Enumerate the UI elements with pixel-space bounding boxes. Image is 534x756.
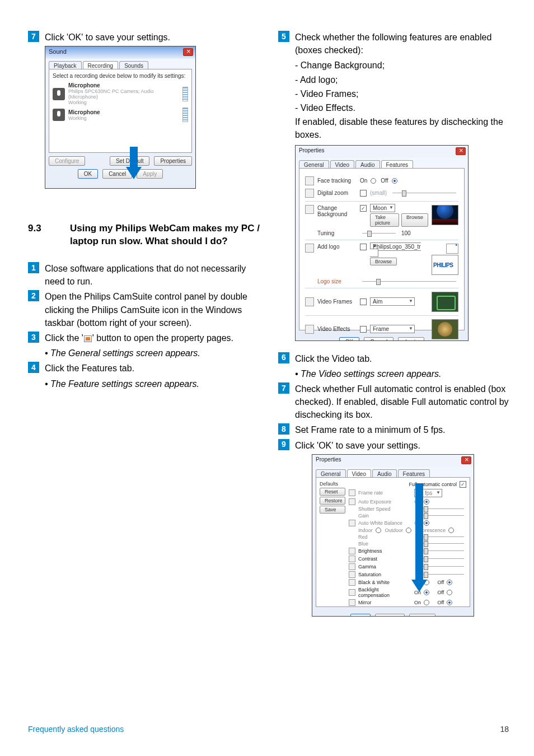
radio[interactable] bbox=[406, 528, 411, 533]
checkbox[interactable]: ✓ bbox=[360, 205, 367, 212]
close-icon[interactable] bbox=[183, 48, 193, 56]
tabs: General Video Audio Features bbox=[312, 467, 474, 477]
slider[interactable] bbox=[416, 550, 464, 551]
row-icon bbox=[349, 563, 355, 570]
device-name: Microphone bbox=[68, 82, 179, 88]
checkbox[interactable] bbox=[360, 326, 367, 333]
step-number: 4 bbox=[28, 362, 39, 373]
properties-button[interactable]: Properties bbox=[154, 156, 192, 166]
step-note: • The General settings screen appears. bbox=[28, 347, 261, 360]
label: Backlight compensation bbox=[358, 587, 411, 598]
slider[interactable] bbox=[416, 543, 464, 544]
device-desc: Philips SPC630NC PC Camera; Audio (Micro… bbox=[68, 88, 179, 100]
titlebar: Properties bbox=[296, 146, 468, 158]
ok-button[interactable]: OK bbox=[350, 614, 371, 617]
cancel-button[interactable]: Cancel bbox=[375, 614, 405, 617]
tab-video[interactable]: Video bbox=[330, 160, 354, 168]
microphone-icon bbox=[53, 109, 65, 121]
tab-features[interactable]: Features bbox=[381, 160, 413, 168]
row-icon bbox=[349, 498, 355, 505]
step-tail: If enabled, disable these features by di… bbox=[278, 115, 512, 141]
panel-heading: Select a recording device below to modif… bbox=[53, 73, 188, 79]
device-row[interactable]: Microphone Working bbox=[53, 108, 188, 122]
apply-button[interactable]: Apply bbox=[398, 337, 424, 341]
tab-playback[interactable]: Playback bbox=[49, 61, 82, 69]
apply-button[interactable]: Apply bbox=[409, 614, 435, 617]
label: Outdoor bbox=[385, 528, 404, 533]
restore-button[interactable]: Restore bbox=[320, 497, 345, 505]
cancel-button[interactable]: Cancel bbox=[364, 337, 394, 341]
frames-combo[interactable]: Aim bbox=[370, 297, 415, 306]
video-properties-dialog: Properties General Video Audio Features … bbox=[312, 454, 474, 617]
arrow-head-icon bbox=[411, 580, 427, 592]
reset-button[interactable]: Reset bbox=[320, 488, 345, 496]
label: Auto Exposure bbox=[358, 499, 411, 505]
on-label: On bbox=[360, 178, 367, 184]
slider[interactable] bbox=[416, 536, 464, 537]
level-meter bbox=[182, 87, 188, 101]
face-icon bbox=[305, 176, 314, 185]
tab-general[interactable]: General bbox=[316, 469, 346, 477]
step-number: 5 bbox=[278, 31, 289, 42]
step-text: Click the Video tab. bbox=[295, 352, 512, 365]
step: 2 Open the Philips CamSuite control pane… bbox=[28, 290, 261, 329]
slider[interactable] bbox=[416, 508, 464, 509]
slider[interactable] bbox=[362, 281, 456, 282]
tab-sounds[interactable]: Sounds bbox=[119, 61, 148, 69]
device-row[interactable]: Microphone Philips SPC630NC PC Camera; A… bbox=[53, 82, 188, 105]
take-picture-button[interactable]: Take picture bbox=[370, 213, 399, 227]
ok-button[interactable]: OK bbox=[78, 169, 98, 179]
fx-combo[interactable]: Frame bbox=[370, 325, 415, 333]
browse-button[interactable]: Browse bbox=[401, 213, 428, 227]
dialog-title: Properties bbox=[316, 456, 341, 463]
dialog-title: Sound bbox=[49, 48, 67, 55]
radio[interactable] bbox=[424, 499, 429, 505]
radio[interactable] bbox=[447, 600, 452, 605]
radio[interactable] bbox=[447, 590, 452, 595]
configure-button[interactable]: Configure bbox=[49, 156, 85, 166]
step-text: Click 'OK' to save your settings. bbox=[295, 439, 512, 452]
save-button[interactable]: Save bbox=[320, 506, 345, 514]
device-status: Working bbox=[68, 115, 179, 121]
slider[interactable] bbox=[362, 233, 396, 234]
radio-on[interactable] bbox=[371, 178, 376, 184]
slider[interactable] bbox=[416, 515, 464, 516]
checkbox[interactable]: ✓ bbox=[460, 481, 466, 488]
tab-audio[interactable]: Audio bbox=[372, 469, 397, 477]
tab-audio[interactable]: Audio bbox=[355, 160, 380, 168]
radio[interactable] bbox=[447, 580, 452, 585]
section-heading: 9.3 Using my Philips WebCam makes my PC … bbox=[28, 222, 261, 248]
label: Shutter Speed bbox=[358, 506, 411, 512]
step-text: Set Frame rate to a minimum of 5 fps. bbox=[295, 423, 512, 436]
radio[interactable] bbox=[424, 600, 429, 605]
tab-general[interactable]: General bbox=[299, 160, 329, 168]
radio-off[interactable] bbox=[392, 178, 397, 184]
radio[interactable] bbox=[376, 528, 381, 533]
logo-position-tl[interactable] bbox=[446, 244, 458, 254]
checkbox[interactable] bbox=[360, 244, 367, 250]
radio[interactable] bbox=[424, 520, 429, 526]
slider[interactable] bbox=[416, 566, 464, 567]
text-after: ' button to open the property pages. bbox=[92, 333, 233, 343]
slider[interactable] bbox=[392, 193, 456, 193]
tab-features[interactable]: Features bbox=[398, 469, 430, 477]
radio[interactable] bbox=[448, 528, 454, 533]
page-number: 18 bbox=[500, 725, 509, 734]
step-note: • The Feature settings screen appears. bbox=[28, 377, 261, 390]
logo-combo[interactable]: PhilipsLogo_350_tr bbox=[370, 242, 421, 257]
zoom-icon bbox=[305, 189, 314, 198]
ok-button[interactable]: OK bbox=[339, 337, 359, 341]
step-number: 7 bbox=[278, 382, 289, 394]
slider[interactable] bbox=[416, 574, 464, 575]
close-icon[interactable] bbox=[461, 456, 471, 464]
tab-video[interactable]: Video bbox=[347, 469, 371, 477]
tab-recording[interactable]: Recording bbox=[83, 61, 119, 69]
close-icon[interactable] bbox=[456, 147, 466, 155]
row-icon bbox=[349, 489, 355, 496]
checkbox[interactable] bbox=[360, 190, 367, 197]
slider[interactable] bbox=[416, 558, 464, 559]
checkbox[interactable] bbox=[360, 298, 367, 305]
fx-thumbnail bbox=[432, 319, 458, 339]
browse-button[interactable]: Browse bbox=[370, 258, 397, 265]
bg-combo[interactable]: Moon bbox=[370, 204, 395, 212]
